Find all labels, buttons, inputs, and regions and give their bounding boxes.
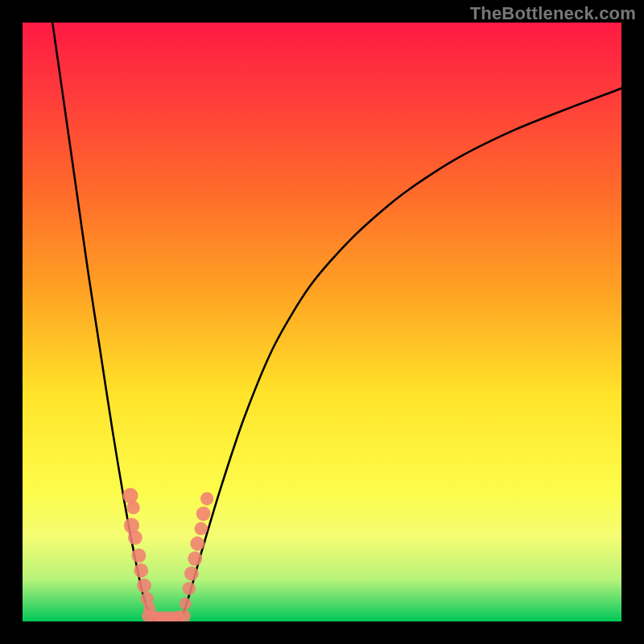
plot-area bbox=[23, 23, 621, 621]
data-marker bbox=[190, 536, 204, 551]
gradient-background bbox=[23, 23, 621, 621]
watermark-text: TheBottleneck.com bbox=[470, 3, 636, 24]
data-marker bbox=[137, 578, 151, 592]
data-marker bbox=[128, 530, 142, 545]
data-marker bbox=[196, 506, 211, 521]
data-marker bbox=[134, 564, 148, 578]
data-marker bbox=[188, 551, 202, 566]
data-marker bbox=[200, 492, 213, 505]
data-marker bbox=[126, 501, 139, 514]
data-marker bbox=[180, 597, 192, 609]
data-marker bbox=[195, 522, 208, 535]
data-marker bbox=[122, 488, 138, 503]
chart-svg bbox=[23, 23, 621, 621]
data-marker bbox=[183, 582, 196, 595]
data-marker bbox=[131, 548, 146, 563]
chart-frame: TheBottleneck.com bbox=[0, 0, 644, 644]
data-marker bbox=[184, 567, 199, 581]
